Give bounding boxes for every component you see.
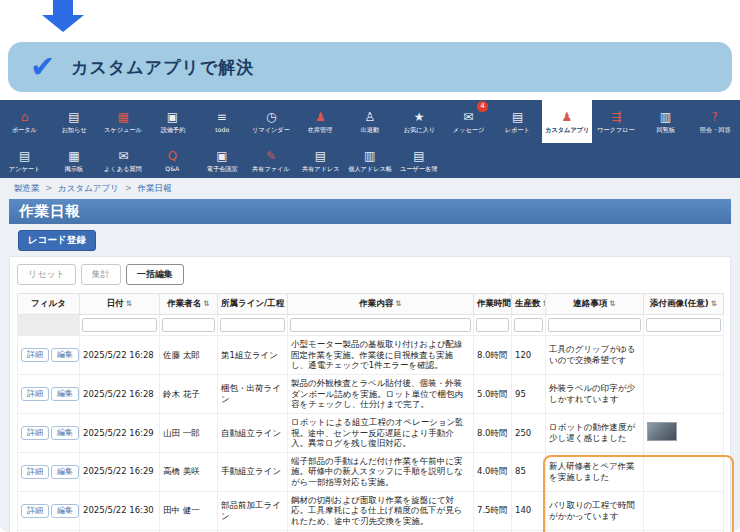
edit-button[interactable]: 編集 xyxy=(51,348,79,362)
nav-item-shared-address[interactable]: ▤共有アドレス xyxy=(296,143,345,178)
reminder-icon: ◷ xyxy=(266,111,276,124)
nav-item-shared-files[interactable]: ✎共有ファイル xyxy=(246,143,295,178)
filter-input-line[interactable] xyxy=(220,318,285,332)
column-header-attachment[interactable]: 添付画像(任意)⇅ xyxy=(644,294,724,315)
cell-date: 2025/5/22 16:29 xyxy=(80,452,160,491)
nav-item-favorites[interactable]: ★お気に入り xyxy=(394,100,443,143)
nav-item-workflow[interactable]: ⇶ワークフロー xyxy=(592,100,641,143)
reports-icon: ▤ xyxy=(512,111,523,124)
sort-icon[interactable]: ⇅ xyxy=(126,299,132,308)
filter-input-hours[interactable] xyxy=(476,318,509,332)
cell-worker: 田中 健一 xyxy=(160,491,218,530)
column-header-note[interactable]: 連絡事項⇅ xyxy=(546,294,644,315)
cell-content: 小型モーター製品の基板取り付けおよび配線固定作業を実施。作業後に目視検査も実施し… xyxy=(288,336,474,375)
shared-files-icon: ✎ xyxy=(266,150,276,163)
aggregate-button[interactable]: 集計 xyxy=(81,264,121,285)
column-label: 日付 xyxy=(107,298,124,308)
sort-icon[interactable]: ⇅ xyxy=(395,299,401,308)
facility-reservation-icon: ▣ xyxy=(167,111,178,124)
nav-item-label: お知らせ xyxy=(61,126,86,135)
nav-item-label: ワークフロー xyxy=(597,126,635,135)
nav-item-circular[interactable]: ▥回覧板 xyxy=(641,100,690,143)
filter-input-note[interactable] xyxy=(548,318,641,332)
column-header-content[interactable]: 作業内容⇅ xyxy=(288,294,474,315)
breadcrumb-custom-app[interactable]: カスタムアプリ xyxy=(58,183,119,193)
cell-hours: 8.0時間 xyxy=(474,413,512,452)
nav-item-label: 照会・回答 xyxy=(699,126,730,135)
nav-item-presence[interactable]: ♟在席管理 xyxy=(296,100,345,143)
nav-item-todo[interactable]: ≡todo xyxy=(197,100,246,143)
filter-cell-hours xyxy=(474,315,512,336)
breadcrumb-work-report[interactable]: 作業日報 xyxy=(137,183,171,193)
nav-item-inquiry[interactable]: ?照会・回答 xyxy=(690,100,739,143)
column-header-date[interactable]: 日付⇅ xyxy=(80,294,160,315)
presence-icon: ♟ xyxy=(315,111,326,124)
breadcrumb-industry[interactable]: 製造業 xyxy=(14,183,40,193)
cell-content: 端子部品の手動はんだ付け作業を午前中に実施。研修中の新人スタッフに手順を説明しな… xyxy=(288,452,474,491)
nav-item-schedule[interactable]: ▦スケジュール xyxy=(99,100,148,143)
nav-item-personal-address[interactable]: ▥個人アドレス帳 xyxy=(345,143,394,178)
nav-item-user-roster[interactable]: ▤ユーザー名簿 xyxy=(394,143,443,178)
faq-icon: ✉ xyxy=(118,150,128,163)
intro-section: ✔ カスタムアプリで解決 xyxy=(0,0,740,100)
cell-attachment xyxy=(644,375,724,414)
nav-item-reminder[interactable]: ◷リマインダー xyxy=(246,100,295,143)
column-header-worker[interactable]: 作業者名⇅ xyxy=(160,294,218,315)
cell-content: ロボットによる組立工程のオペレーション監視。途中、センサー反応遅延により手動介入… xyxy=(288,413,474,452)
cell-line: 自動組立ライン xyxy=(218,413,288,452)
edit-button[interactable]: 編集 xyxy=(51,426,79,440)
nav-item-label: 電子会議室 xyxy=(206,165,237,174)
detail-button[interactable]: 詳細 xyxy=(21,504,49,518)
nav-item-news[interactable]: ▤お知らせ xyxy=(49,100,98,143)
nav-item-survey[interactable]: ▤アンケート xyxy=(0,143,49,178)
column-header-output[interactable]: 生産数⇅ xyxy=(512,294,546,315)
table-row: 詳細編集2025/5/22 16:30田中 健一部品前加工ライン鋼材の切削および… xyxy=(18,491,724,530)
nav-item-e-meeting[interactable]: ▣電子会議室 xyxy=(197,143,246,178)
breadcrumb-separator: > xyxy=(45,183,52,193)
detail-button[interactable]: 詳細 xyxy=(21,348,49,362)
filter-cell-filter xyxy=(18,315,80,336)
detail-button[interactable]: 詳細 xyxy=(21,426,49,440)
qa-icon: Q xyxy=(168,150,177,163)
nav-item-attendance[interactable]: ♙出退勤 xyxy=(345,100,394,143)
bulk-edit-button[interactable]: 一括編集 xyxy=(126,264,184,285)
nav-item-messages[interactable]: ✉メッセージ4 xyxy=(444,100,493,143)
detail-button[interactable]: 詳細 xyxy=(21,465,49,479)
cell-note: ロボットの動作速度が少し遅く感じました xyxy=(546,413,644,452)
filter-input-worker[interactable] xyxy=(162,318,215,332)
nav-item-facility-reservation[interactable]: ▣設備予約 xyxy=(148,100,197,143)
table-row: 詳細編集2025/5/22 16:29山田 一郎自動組立ラインロボットによる組立… xyxy=(18,413,724,452)
nav-item-faq[interactable]: ✉よくある質問 xyxy=(99,143,148,178)
column-label: 生産数 xyxy=(515,298,541,308)
sort-icon[interactable]: ⇅ xyxy=(203,299,209,308)
breadcrumb: 製造業 > カスタムアプリ > 作業日報 xyxy=(0,178,740,198)
filter-input-content[interactable] xyxy=(290,318,471,332)
nav-item-bulletin-board[interactable]: ▦掲示板 xyxy=(49,143,98,178)
nav-item-custom-app[interactable]: ♟カスタムアプリ xyxy=(542,100,591,143)
nav-item-portal[interactable]: ⌂ポータル xyxy=(0,100,49,143)
page-title: 作業日報 xyxy=(9,199,731,224)
column-header-hours[interactable]: 作業時間⇅ xyxy=(474,294,512,315)
sort-icon[interactable]: ⇅ xyxy=(609,299,615,308)
detail-button[interactable]: 詳細 xyxy=(21,387,49,401)
attachment-thumbnail[interactable] xyxy=(647,422,677,441)
nav-item-qa[interactable]: QQ&A xyxy=(148,143,197,178)
record-register-button[interactable]: レコード登録 xyxy=(18,230,96,251)
cell-content: 製品の外観検査とラベル貼付後、個装・外装ダンボール詰めを実施。ロット単位で梱包内… xyxy=(288,375,474,414)
nav-item-label: 在席管理 xyxy=(308,126,333,135)
cell-output: 250 xyxy=(512,413,546,452)
filter-cell-output xyxy=(512,315,546,336)
filter-input-output[interactable] xyxy=(514,318,543,332)
reset-button[interactable]: リセット xyxy=(17,264,76,285)
filter-input-attachment[interactable] xyxy=(646,318,721,332)
edit-button[interactable]: 編集 xyxy=(51,465,79,479)
filter-input-date[interactable] xyxy=(82,318,157,332)
todo-icon: ≡ xyxy=(217,111,227,124)
cell-date: 2025/5/22 16:28 xyxy=(80,336,160,375)
column-header-line[interactable]: 所属ライン/工程⇅ xyxy=(218,294,288,315)
nav-item-reports[interactable]: ▤レポート xyxy=(493,100,542,143)
sort-icon[interactable]: ⇅ xyxy=(711,299,717,308)
solution-banner: ✔ カスタムアプリで解決 xyxy=(8,42,732,92)
edit-button[interactable]: 編集 xyxy=(51,387,79,401)
edit-button[interactable]: 編集 xyxy=(51,504,79,518)
